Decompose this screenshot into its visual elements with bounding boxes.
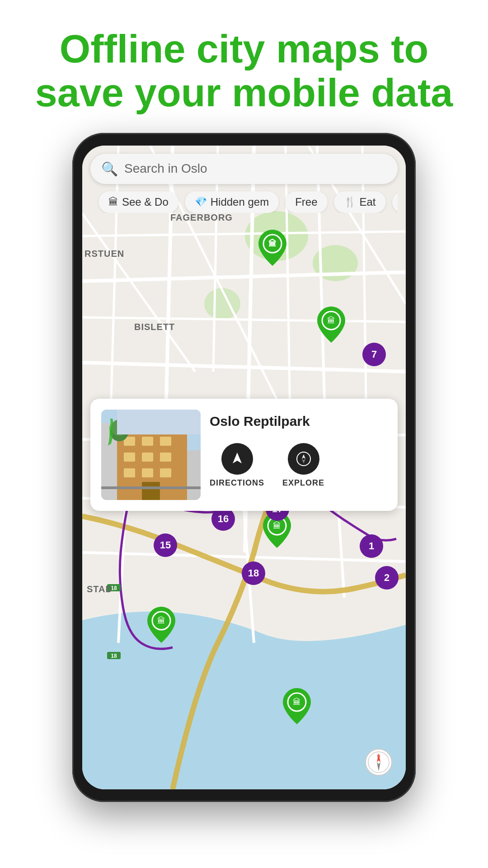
poi-info: Oslo Reptilpark DIRECTIONS	[210, 410, 387, 488]
svg-rect-54	[117, 410, 201, 434]
svg-line-15	[82, 213, 195, 372]
svg-text:18: 18	[111, 585, 117, 591]
poi-image	[101, 410, 201, 500]
top-bar: 🔍 Search in Oslo 🏛 See & Do 💎 Hidden gem	[82, 146, 406, 213]
purple-circle-15[interactable]: 15	[154, 533, 177, 557]
svg-rect-49	[142, 482, 160, 500]
chip-free[interactable]: Free	[285, 191, 327, 213]
search-input-text: Search in Oslo	[124, 161, 387, 176]
svg-rect-41	[142, 437, 153, 446]
svg-rect-43	[124, 453, 135, 462]
compass[interactable]: N	[365, 749, 392, 776]
poi-card: Oslo Reptilpark DIRECTIONS	[90, 399, 398, 511]
directions-icon	[221, 443, 253, 475]
chip-see-do-label: See & Do	[122, 196, 169, 208]
svg-line-9	[82, 231, 406, 236]
svg-rect-44	[142, 453, 153, 462]
purple-circle-18[interactable]: 18	[242, 561, 265, 585]
chip-hidden-gem[interactable]: 💎 Hidden gem	[185, 191, 279, 213]
purple-circle-2[interactable]: 2	[375, 566, 399, 590]
svg-marker-58	[302, 459, 305, 463]
search-bar[interactable]: 🔍 Search in Oslo	[90, 154, 398, 184]
chip-hidden-gem-label: Hidden gem	[211, 196, 269, 208]
svg-rect-48	[160, 468, 171, 477]
green-pin-2[interactable]: 🏛	[315, 307, 347, 344]
eat-icon: 🍴	[344, 196, 356, 208]
explore-label: EXPLORE	[282, 478, 324, 488]
svg-text:🏛: 🏛	[268, 239, 277, 248]
explore-action[interactable]: EXPLORE	[282, 443, 324, 488]
svg-line-19	[82, 552, 406, 561]
svg-text:🏛: 🏛	[293, 697, 301, 707]
svg-text:🏛: 🏛	[273, 521, 281, 530]
phone-container: 18 18 FAGERBORG BISLETT RSTUEN STAD 🏛	[0, 133, 488, 802]
phone-frame: 18 18 FAGERBORG BISLETT RSTUEN STAD 🏛	[72, 133, 416, 802]
green-pin-5[interactable]: 🏛	[281, 688, 313, 726]
svg-text:18: 18	[111, 653, 117, 659]
svg-line-10	[82, 317, 406, 322]
chip-eat[interactable]: 🍴 Eat	[334, 191, 386, 213]
explore-icon	[288, 443, 319, 475]
directions-label: DIRECTIONS	[210, 478, 264, 488]
green-pin-4[interactable]: 🏛	[145, 607, 177, 645]
svg-line-4	[82, 363, 406, 372]
svg-rect-42	[160, 437, 171, 446]
directions-action[interactable]: DIRECTIONS	[210, 443, 264, 488]
hero-title: Offline city maps to save your mobile da…	[0, 0, 488, 133]
svg-marker-55	[233, 453, 242, 463]
chip-see-do[interactable]: 🏛 See & Do	[99, 191, 178, 213]
chip-eat-label: Eat	[360, 196, 376, 208]
svg-text:🏛: 🏛	[327, 316, 335, 325]
poi-name: Oslo Reptilpark	[210, 413, 387, 429]
map-area: 18 18 FAGERBORG BISLETT RSTUEN STAD 🏛	[82, 146, 406, 789]
svg-text:🏛: 🏛	[157, 616, 165, 625]
chip-shop[interactable]: 🛍 Sh...	[392, 191, 398, 213]
poi-actions: DIRECTIONS EXPLORE	[210, 443, 387, 488]
search-icon: 🔍	[101, 161, 118, 177]
chip-free-label: Free	[295, 196, 317, 208]
svg-text:N: N	[377, 754, 380, 758]
svg-marker-57	[302, 454, 305, 459]
purple-circle-1[interactable]: 1	[360, 534, 383, 558]
see-do-icon: 🏛	[108, 196, 118, 208]
green-pin-1[interactable]: 🏛	[257, 230, 288, 268]
purple-circle-7[interactable]: 7	[362, 343, 386, 366]
phone-screen: 18 18 FAGERBORG BISLETT RSTUEN STAD 🏛	[82, 146, 406, 789]
svg-rect-46	[124, 468, 135, 477]
svg-point-56	[297, 452, 310, 466]
svg-rect-45	[160, 453, 171, 462]
svg-rect-51	[101, 486, 201, 489]
filter-chips: 🏛 See & Do 💎 Hidden gem Free 🍴 Eat	[90, 184, 398, 213]
svg-rect-47	[142, 468, 153, 477]
hidden-gem-icon: 💎	[195, 196, 207, 208]
